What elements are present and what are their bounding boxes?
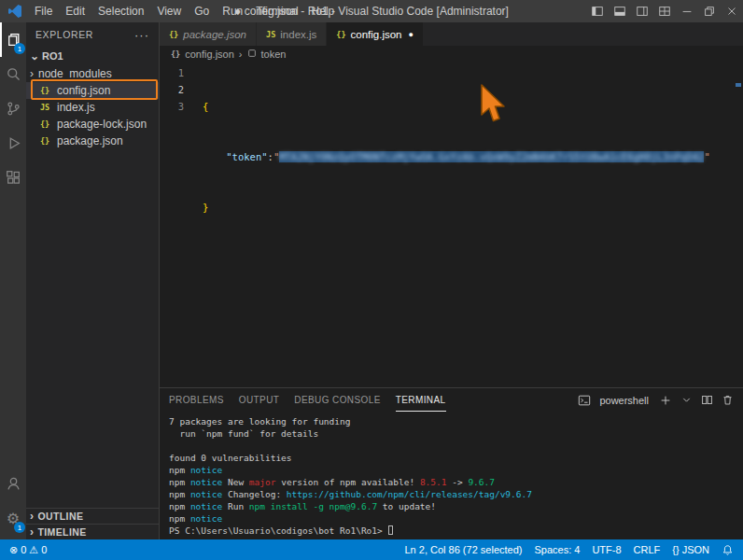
tab-index-js[interactable]: JS index.js (257, 22, 327, 46)
cursor-position-status[interactable]: Ln 2, Col 86 (72 selected) (405, 544, 523, 555)
tree-root-ro1[interactable]: ⌄ RO1 (26, 47, 159, 65)
menu-view[interactable]: View (150, 0, 188, 22)
activity-bar-item-extensions[interactable] (0, 161, 26, 195)
chevron-down-icon: ⌄ (30, 49, 39, 63)
problems-status[interactable]: ⊗ 0 ⚠ 0 (9, 544, 47, 556)
tab-label: config.json (351, 29, 402, 40)
notifications-bell-icon[interactable] (722, 544, 734, 556)
chevron-right-icon: › (30, 510, 34, 523)
explorer-title: EXPLORER (35, 29, 93, 40)
json-icon: {} (40, 119, 52, 129)
js-icon: JS (266, 30, 275, 39)
activity-bar: 1 (0, 22, 26, 539)
json-icon: {} (336, 30, 345, 39)
window-controls (586, 0, 743, 22)
menu-run[interactable]: Run (216, 0, 249, 22)
panel-header: PROBLEMS OUTPUT DEBUG CONSOLE TERMINAL p… (160, 388, 743, 412)
accounts-button[interactable] (0, 467, 26, 501)
error-count: 0 (21, 544, 26, 555)
chevron-down-icon[interactable] (680, 394, 693, 406)
editor-region: {} package.json JS index.js {} config.js… (159, 22, 743, 539)
json-icon: {} (171, 49, 180, 59)
settings-button[interactable]: ⚙ 1 (0, 501, 26, 536)
explorer-badge: 1 (14, 43, 25, 54)
tab-debug-console[interactable]: DEBUG CONSOLE (294, 388, 380, 412)
vscode-window: File Edit Selection View Go Run Terminal… (0, 0, 743, 560)
sidebar-item-package-json[interactable]: {} package.json (26, 133, 159, 149)
sidebar-item-config-json[interactable]: {} config.json (26, 82, 159, 99)
minimize-button[interactable] (676, 0, 698, 22)
more-actions-icon[interactable]: ··· (134, 28, 149, 42)
outline-section[interactable]: › OUTLINE (26, 508, 159, 524)
menu-selection[interactable]: Selection (91, 0, 150, 22)
terminal-cursor (388, 525, 393, 535)
menu-edit[interactable]: Edit (59, 0, 91, 22)
close-button[interactable] (721, 0, 743, 22)
tab-label: index.js (280, 29, 316, 40)
file-label: config.json (57, 84, 110, 97)
warning-icon: ⚠ (29, 544, 38, 556)
json-icon: {} (40, 136, 52, 146)
toggle-sidebar-icon[interactable] (586, 0, 609, 22)
eol-status[interactable]: CRLF (634, 544, 661, 555)
json-icon: {} (169, 30, 178, 39)
tab-config-json[interactable]: {} config.json ● (327, 22, 424, 46)
tab-problems[interactable]: PROBLEMS (169, 388, 224, 412)
activity-bar-item-search[interactable] (0, 57, 26, 91)
tab-package-json[interactable]: {} package.json (160, 22, 257, 46)
language-status[interactable]: {} JSON (672, 544, 709, 555)
shell-selector[interactable]: powershell (599, 395, 649, 406)
activity-bar-item-source-control[interactable] (0, 91, 26, 126)
terminal-line: found 0 vulnerabilities (169, 452, 743, 464)
bottom-panel: PROBLEMS OUTPUT DEBUG CONSOLE TERMINAL p… (160, 387, 743, 539)
menu-help[interactable]: Help (305, 0, 342, 22)
sidebar-item-package-lock-json[interactable]: {} package-lock.json (26, 116, 159, 133)
breadcrumb-symbol[interactable]: token (261, 49, 287, 60)
breadcrumb-separator: › (239, 49, 243, 60)
menu-bar: File Edit Selection View Go Run Terminal… (28, 0, 341, 22)
explorer-header: EXPLORER ··· (26, 22, 159, 47)
file-label: package-lock.json (57, 118, 147, 131)
account-icon (6, 476, 21, 492)
terminal-line: PS C:\Users\Usuario\codigos\bot Ro1\Ro1> (169, 525, 743, 537)
editor-code[interactable]: { "token":"MTA2NjY0NzQyOTM0NTczMjYwOA.Gx… (195, 64, 710, 249)
split-terminal-icon[interactable] (701, 394, 713, 406)
code-line-1: { (203, 98, 710, 115)
modified-dot-icon[interactable]: ● (409, 30, 414, 39)
terminal-output[interactable]: 7 packages are looking for funding run `… (160, 412, 743, 539)
indentation-status[interactable]: Spaces: 4 (534, 544, 580, 555)
tab-terminal[interactable]: TERMINAL (396, 388, 446, 412)
terminal-line: npm notice (169, 464, 743, 476)
new-terminal-icon[interactable] (659, 394, 672, 407)
menu-terminal[interactable]: Terminal (249, 0, 304, 22)
selected-token-value: MTA2NjY0NzQyOTM0NTczMjYwOA.GxYzAb.vQxW9y… (279, 151, 704, 162)
symbol-icon (247, 49, 257, 60)
line-numbers: 1 2 3 (160, 64, 195, 115)
menu-go[interactable]: Go (188, 0, 216, 22)
selection-ruler-mark (736, 83, 741, 87)
code-editor[interactable]: 1 2 3 { "token":"MTA2NjY0NzQyOTM0NTczMjY… (160, 63, 743, 387)
terminal-line: npm notice Changelog: https://github.com… (169, 488, 743, 500)
toggle-secondary-sidebar-icon[interactable] (631, 0, 653, 22)
js-icon: JS (40, 103, 52, 112)
restore-button[interactable] (698, 0, 721, 22)
status-bar: ⊗ 0 ⚠ 0 Ln 2, Col 86 (72 selected) Space… (0, 539, 743, 560)
sidebar-item-node-modules[interactable]: › node_modules (26, 65, 159, 82)
activity-bar-item-explorer[interactable]: 1 (0, 22, 26, 57)
error-icon: ⊗ (9, 544, 18, 556)
editor-scrollbar[interactable] (734, 63, 743, 387)
breadcrumb-file[interactable]: config.json (185, 49, 234, 60)
tab-label: package.json (183, 29, 246, 40)
toggle-panel-icon[interactable] (609, 0, 631, 22)
sidebar-item-index-js[interactable]: JS index.js (26, 99, 159, 116)
activity-bar-item-run-debug[interactable] (0, 126, 26, 161)
terminal-line: run `npm fund` for details (169, 427, 743, 440)
terminal-line (169, 440, 743, 452)
tab-output[interactable]: OUTPUT (239, 388, 280, 412)
source-control-icon (6, 101, 21, 117)
encoding-status[interactable]: UTF-8 (592, 544, 621, 555)
menu-file[interactable]: File (28, 0, 59, 22)
kill-terminal-trash-icon[interactable] (722, 394, 734, 406)
timeline-section[interactable]: › TIMELINE (26, 524, 159, 539)
customize-layout-icon[interactable] (653, 0, 676, 22)
